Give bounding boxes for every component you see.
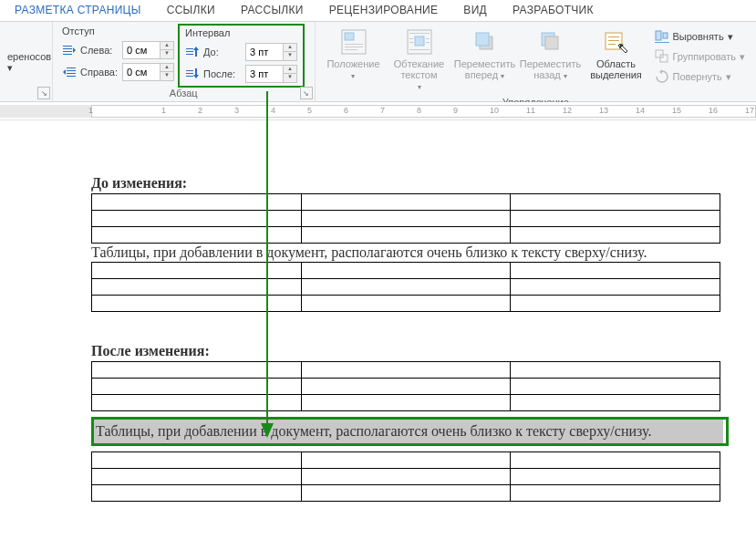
- indent-right-label: Справа:: [80, 67, 119, 78]
- svg-rect-32: [545, 36, 558, 49]
- spacing-before-spinner[interactable]: ▲ ▼: [245, 43, 297, 61]
- ribbon-tabs: РАЗМЕТКА СТРАНИЦЫ ССЫЛКИ РАССЫЛКИ РЕЦЕНЗ…: [0, 0, 756, 22]
- align-button[interactable]: Выровнять ▾: [655, 27, 746, 46]
- dropdown-icon: ▾: [501, 72, 504, 80]
- svg-rect-22: [415, 36, 424, 46]
- svg-rect-35: [608, 40, 619, 41]
- indent-right-down[interactable]: ▼: [161, 72, 173, 80]
- ruler-tick: 11: [526, 106, 535, 115]
- table-row[interactable]: [92, 362, 720, 379]
- table-row[interactable]: [92, 296, 720, 312]
- spacing-after-down[interactable]: ▼: [284, 74, 296, 82]
- svg-rect-24: [409, 38, 413, 39]
- indent-left-input[interactable]: [123, 45, 160, 56]
- ruler-tick: 8: [417, 106, 421, 115]
- ruler-tick: 2: [198, 106, 202, 115]
- indent-left-up[interactable]: ▲: [161, 42, 173, 50]
- indent-left-spinner[interactable]: ▲ ▼: [122, 41, 174, 59]
- horizontal-ruler[interactable]: 11234567891011121314151617: [0, 102, 756, 120]
- table-row[interactable]: [92, 379, 720, 395]
- tab-developer[interactable]: РАЗРАБОТЧИК: [500, 0, 606, 21]
- ruler-tick: 15: [672, 106, 681, 115]
- sample-text-after[interactable]: Таблицы, при добавлении в документ, расп…: [94, 420, 723, 443]
- indent-right-icon: [62, 65, 77, 79]
- dropdown-icon: ▾: [418, 83, 421, 91]
- group-label: Группировать: [673, 51, 737, 62]
- ruler-tick: 17: [745, 106, 754, 115]
- svg-rect-37: [656, 31, 661, 40]
- position-label: Положение: [326, 58, 379, 69]
- table-row[interactable]: [92, 485, 720, 502]
- bring-forward-button[interactable]: Переместить вперед ▾: [452, 24, 518, 97]
- paragraph-launcher-icon[interactable]: ↘: [300, 87, 313, 99]
- selection-highlight: Таблицы, при добавлении в документ, расп…: [91, 417, 729, 446]
- spacing-before-up[interactable]: ▲: [284, 44, 296, 52]
- spacing-after-up[interactable]: ▲: [284, 66, 296, 74]
- spacing-before-input[interactable]: [246, 47, 283, 57]
- before-heading: До изменения:: [91, 175, 729, 192]
- rotate-button[interactable]: Повернуть ▾: [655, 67, 746, 86]
- dropdown-icon: ▾: [740, 51, 745, 63]
- table-before-2[interactable]: [91, 262, 720, 312]
- group-icon: [655, 49, 669, 64]
- spacing-after-label: После:: [203, 68, 242, 79]
- table-row[interactable]: [92, 395, 720, 411]
- svg-rect-38: [663, 33, 668, 38]
- spacing-column: Интервал До: ▲ ▼: [178, 24, 305, 88]
- group-button[interactable]: Группировать ▾: [655, 47, 746, 66]
- indent-left-down[interactable]: ▼: [161, 50, 173, 58]
- tab-page-layout[interactable]: РАЗМЕТКА СТРАНИЦЫ: [2, 0, 154, 21]
- position-button[interactable]: Положение▾: [321, 24, 387, 97]
- spacing-before-label: До:: [203, 47, 242, 57]
- spacing-before-down[interactable]: ▼: [284, 52, 296, 60]
- hyphenation-button[interactable]: ереносов ▾: [5, 24, 47, 74]
- ruler-tick: 6: [344, 106, 348, 115]
- page-setup-launcher-icon[interactable]: ↘: [37, 87, 50, 99]
- spacing-after-spinner[interactable]: ▲ ▼: [245, 65, 297, 83]
- table-row[interactable]: [92, 469, 720, 485]
- svg-rect-23: [409, 33, 430, 34]
- table-row[interactable]: [92, 227, 720, 244]
- align-icon: [655, 29, 669, 44]
- table-after-1[interactable]: [91, 361, 720, 411]
- tab-view[interactable]: ВИД: [450, 0, 500, 21]
- wrap-text-button[interactable]: Обтекание текстом▾: [387, 24, 452, 97]
- table-row[interactable]: [92, 194, 720, 211]
- indent-header: Отступ: [62, 26, 174, 38]
- svg-rect-14: [186, 76, 193, 77]
- table-before-1[interactable]: [91, 193, 720, 244]
- indent-left-label: Слева:: [80, 45, 119, 56]
- svg-rect-39: [655, 42, 669, 43]
- table-row[interactable]: [92, 452, 720, 469]
- svg-rect-1: [63, 48, 72, 49]
- svg-rect-5: [67, 70, 76, 71]
- svg-rect-25: [426, 38, 430, 39]
- selection-pane-button[interactable]: Область выделения: [584, 24, 649, 97]
- rotate-icon: [655, 69, 669, 84]
- table-row[interactable]: [92, 211, 720, 227]
- sample-text-before[interactable]: Таблицы, при добавлении в документ, расп…: [91, 244, 720, 262]
- svg-rect-12: [186, 70, 193, 71]
- ruler-tick: 4: [271, 106, 275, 115]
- svg-rect-7: [67, 76, 76, 77]
- indent-right-input[interactable]: [123, 67, 160, 78]
- indent-right-spinner[interactable]: ▲ ▼: [122, 63, 174, 81]
- after-heading: После изменения:: [91, 343, 729, 359]
- tab-links[interactable]: ССЫЛКИ: [154, 0, 228, 21]
- document-area[interactable]: До изменения: Таблицы, при добавлении в …: [0, 120, 756, 511]
- ruler-tick: 1: [88, 106, 93, 115]
- send-backward-button[interactable]: Переместить назад ▾: [518, 24, 584, 97]
- tab-mailings[interactable]: РАССЫЛКИ: [228, 0, 316, 21]
- table-after-2[interactable]: [91, 451, 720, 502]
- ruler-tick: 5: [307, 106, 312, 115]
- selection-pane-label: Область выделения: [585, 58, 647, 80]
- indent-right-up[interactable]: ▲: [161, 64, 173, 72]
- svg-rect-6: [67, 73, 76, 74]
- svg-rect-28: [409, 49, 430, 50]
- svg-rect-26: [409, 42, 413, 43]
- send-backward-icon: [536, 27, 565, 57]
- table-row[interactable]: [92, 263, 720, 279]
- table-row[interactable]: [92, 279, 720, 296]
- spacing-after-input[interactable]: [246, 68, 283, 79]
- tab-review[interactable]: РЕЦЕНЗИРОВАНИЕ: [316, 0, 451, 21]
